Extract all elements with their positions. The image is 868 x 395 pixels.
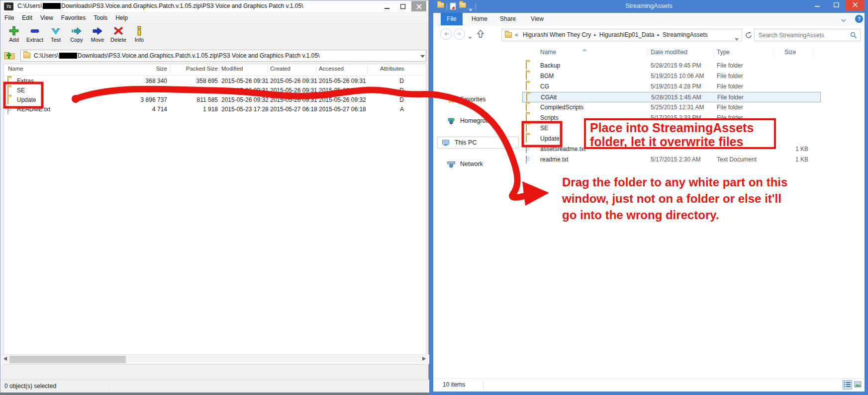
menu-edit[interactable]: Edit <box>18 13 36 23</box>
menu-favorites[interactable]: Favorites <box>57 13 90 23</box>
tab-share[interactable]: Share <box>496 13 519 25</box>
table-row[interactable]: CG 5/19/2015 4:28 PM File folder <box>522 81 821 92</box>
forward-icon[interactable] <box>454 28 465 40</box>
table-row[interactable]: Backup 5/28/2015 9:45 PM File folder <box>522 61 821 71</box>
column-divider[interactable] <box>773 48 773 58</box>
7zip-address-row: C:\Users\Downloads\PS3.Voice.and.Graphic… <box>0 50 428 63</box>
recent-locations-icon[interactable] <box>468 33 472 42</box>
tab-home[interactable]: Home <box>469 13 490 25</box>
extract-button[interactable]: Extract <box>24 24 45 49</box>
computer-icon <box>442 139 450 147</box>
column-header-size[interactable]: Size <box>108 66 167 72</box>
table-row[interactable]: Extras 368 340 358 695 2015-05-26 09:31 … <box>4 77 426 86</box>
column-divider[interactable] <box>170 65 171 74</box>
back-icon[interactable] <box>440 28 452 40</box>
column-header-packed-size[interactable]: Packed Size <box>159 66 218 72</box>
sidebar-item-homegroup[interactable]: Homegroup <box>440 115 518 126</box>
minimize-button[interactable] <box>380 1 395 11</box>
address-dropdown-icon[interactable] <box>418 50 426 61</box>
breadcrumb-item[interactable]: Higurashi When They Cry <box>520 31 591 38</box>
column-divider[interactable] <box>219 65 219 74</box>
column-header-name[interactable]: Name <box>540 49 556 56</box>
table-row[interactable]: README.txt 4 714 1 918 2015-05-23 17:28 … <box>4 105 426 114</box>
sidebar-item-label: Homegroup <box>460 115 492 126</box>
up-icon[interactable] <box>477 30 484 40</box>
table-row[interactable]: BGM 5/19/2015 10:06 AM File folder <box>522 71 821 81</box>
test-button[interactable]: Test <box>45 24 66 49</box>
column-divider[interactable] <box>813 48 813 58</box>
table-row[interactable]: CompiledScripts 5/25/2015 12:31 AM File … <box>522 102 821 113</box>
up-folder-button[interactable] <box>4 50 17 62</box>
file-size: 4 714 <box>108 106 167 113</box>
copy-button[interactable]: Copy <box>66 24 87 49</box>
breadcrumb[interactable]: « Higurashi When They Cry▸HigurashiEp01_… <box>501 29 742 41</box>
tab-view[interactable]: View <box>526 13 548 25</box>
table-row[interactable]: SE 234 467 214 565 2015-05-26 09:31 2015… <box>4 86 426 95</box>
refresh-icon[interactable] <box>745 31 753 41</box>
breadcrumb-separator-icon: ▸ <box>654 32 663 37</box>
column-header-attributes[interactable]: Attributes <box>380 66 404 72</box>
horizontal-scrollbar[interactable] <box>0 354 429 364</box>
table-row[interactable]: readme.txt 5/17/2015 2:30 AM Text Docume… <box>522 155 821 165</box>
column-divider[interactable] <box>316 65 317 74</box>
folder-icon <box>526 72 527 80</box>
delete-button[interactable]: Delete <box>108 24 129 49</box>
minimize-button[interactable] <box>808 0 827 11</box>
details-view-button[interactable] <box>843 380 852 390</box>
column-divider[interactable] <box>367 65 368 74</box>
search-box[interactable] <box>754 29 861 41</box>
table-row[interactable]: Update 3 896 737 811 585 2015-05-26 09:3… <box>4 95 426 105</box>
move-button[interactable]: Move <box>87 24 108 49</box>
maximize-button[interactable] <box>395 1 411 11</box>
redacted-username <box>43 3 61 9</box>
table-row-selected[interactable]: CGAlt 5/28/2015 1:45 AM File folder <box>522 92 821 102</box>
column-divider[interactable] <box>268 65 268 74</box>
sidebar-item-network[interactable]: Network <box>440 158 518 169</box>
menu-file[interactable]: File <box>0 13 18 23</box>
maximize-button[interactable] <box>827 0 846 11</box>
search-input[interactable] <box>758 30 848 40</box>
breadcrumb-item[interactable]: StreamingAssets <box>663 31 708 38</box>
status-divider <box>483 381 483 389</box>
address-dropdown-icon[interactable] <box>735 34 739 45</box>
folder-icon <box>526 124 527 132</box>
sidebar-item-favorites[interactable]: Favorites <box>440 94 518 105</box>
add-button[interactable]: Add <box>3 24 24 49</box>
thumbnail-view-button[interactable] <box>854 380 863 390</box>
column-header-date-modified[interactable]: Date modified <box>651 49 687 56</box>
scroll-right-icon[interactable] <box>420 356 428 364</box>
scroll-left-icon[interactable] <box>1 356 9 364</box>
explorer-address-row: « Higurashi When They Cry▸HigurashiEp01_… <box>433 26 865 45</box>
7zip-window-title: C:\Users\Downloads\PS3.Voice.and.Graphic… <box>17 2 303 9</box>
7zip-titlebar[interactable]: 7z C:\Users\Downloads\PS3.Voice.and.Grap… <box>0 0 428 13</box>
scrollbar-thumb[interactable] <box>9 356 126 363</box>
menu-tools[interactable]: Tools <box>90 13 111 23</box>
sidebar-item-label: This PC <box>455 137 477 148</box>
search-icon[interactable] <box>850 32 857 41</box>
column-header-type[interactable]: Type <box>717 49 730 56</box>
7zip-address-bar[interactable]: C:\Users\Downloads\PS3.Voice.and.Graphic… <box>20 50 426 62</box>
menu-view[interactable]: View <box>36 13 57 23</box>
sidebar-item-this-pc[interactable]: This PC <box>437 137 519 149</box>
column-divider[interactable] <box>713 48 714 58</box>
column-header-created[interactable]: Created <box>270 66 290 72</box>
help-icon[interactable]: ? <box>855 15 863 23</box>
annotation-line: window, just not on a folder or else it'… <box>562 190 861 207</box>
address-path-prefix: C:\Users\ <box>34 52 59 59</box>
info-button[interactable]: Info <box>129 24 150 49</box>
column-header-modified[interactable]: Modified <box>221 66 243 72</box>
page-title: StreamingAssets <box>433 2 865 9</box>
column-header-size[interactable]: Size <box>784 49 796 56</box>
close-icon[interactable] <box>846 0 865 11</box>
breadcrumb-item[interactable]: HigurashiEp01_Data <box>599 31 655 38</box>
tab-file[interactable]: File <box>441 13 463 25</box>
column-header-name[interactable]: Name <box>8 66 23 72</box>
column-divider[interactable] <box>647 48 647 58</box>
close-icon[interactable] <box>411 1 426 11</box>
file-packed-size: 811 585 <box>159 96 218 103</box>
menu-help[interactable]: Help <box>111 13 132 23</box>
folder-icon <box>526 114 527 122</box>
explorer-titlebar[interactable]: StreamingAssets <box>433 0 865 13</box>
column-header-accessed[interactable]: Accessed <box>319 66 344 72</box>
expand-ribbon-icon[interactable] <box>841 17 846 24</box>
